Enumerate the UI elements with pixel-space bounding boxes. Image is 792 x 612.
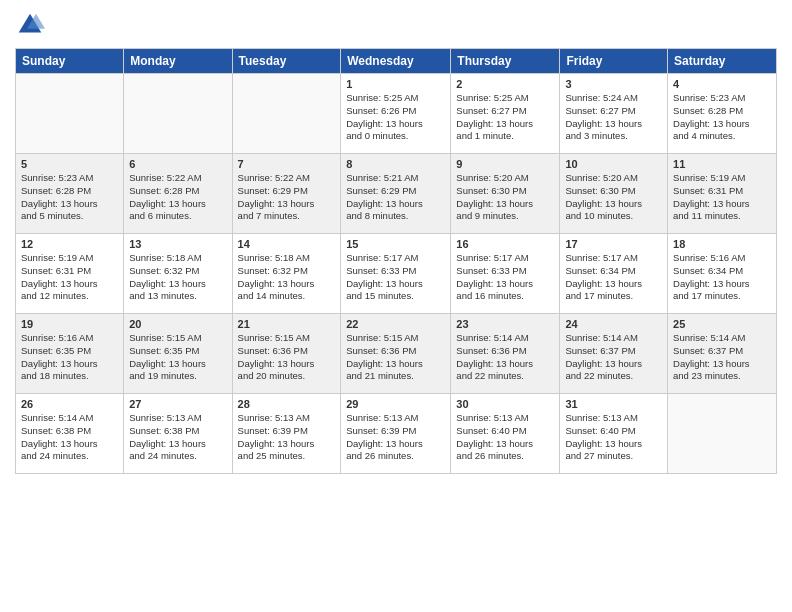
calendar-week-row: 12Sunrise: 5:19 AM Sunset: 6:31 PM Dayli… <box>16 234 777 314</box>
day-info: Sunrise: 5:24 AM Sunset: 6:27 PM Dayligh… <box>565 92 662 143</box>
calendar-day-cell: 6Sunrise: 5:22 AM Sunset: 6:28 PM Daylig… <box>124 154 232 234</box>
calendar-day-cell: 14Sunrise: 5:18 AM Sunset: 6:32 PM Dayli… <box>232 234 341 314</box>
logo <box>15 10 49 40</box>
calendar-day-cell: 16Sunrise: 5:17 AM Sunset: 6:33 PM Dayli… <box>451 234 560 314</box>
calendar-day-cell: 8Sunrise: 5:21 AM Sunset: 6:29 PM Daylig… <box>341 154 451 234</box>
day-info: Sunrise: 5:16 AM Sunset: 6:34 PM Dayligh… <box>673 252 771 303</box>
col-header-thursday: Thursday <box>451 49 560 74</box>
day-info: Sunrise: 5:19 AM Sunset: 6:31 PM Dayligh… <box>21 252 118 303</box>
day-number: 22 <box>346 318 445 330</box>
calendar-day-cell: 29Sunrise: 5:13 AM Sunset: 6:39 PM Dayli… <box>341 394 451 474</box>
page: SundayMondayTuesdayWednesdayThursdayFrid… <box>0 0 792 612</box>
day-number: 8 <box>346 158 445 170</box>
day-number: 30 <box>456 398 554 410</box>
calendar-header-row: SundayMondayTuesdayWednesdayThursdayFrid… <box>16 49 777 74</box>
day-number: 12 <box>21 238 118 250</box>
col-header-wednesday: Wednesday <box>341 49 451 74</box>
day-number: 21 <box>238 318 336 330</box>
calendar-day-cell: 12Sunrise: 5:19 AM Sunset: 6:31 PM Dayli… <box>16 234 124 314</box>
day-number: 2 <box>456 78 554 90</box>
day-info: Sunrise: 5:23 AM Sunset: 6:28 PM Dayligh… <box>673 92 771 143</box>
day-number: 19 <box>21 318 118 330</box>
day-info: Sunrise: 5:16 AM Sunset: 6:35 PM Dayligh… <box>21 332 118 383</box>
day-number: 24 <box>565 318 662 330</box>
day-info: Sunrise: 5:25 AM Sunset: 6:26 PM Dayligh… <box>346 92 445 143</box>
calendar-day-cell: 11Sunrise: 5:19 AM Sunset: 6:31 PM Dayli… <box>668 154 777 234</box>
header <box>15 10 777 40</box>
calendar-day-cell: 25Sunrise: 5:14 AM Sunset: 6:37 PM Dayli… <box>668 314 777 394</box>
day-number: 18 <box>673 238 771 250</box>
day-number: 9 <box>456 158 554 170</box>
col-header-saturday: Saturday <box>668 49 777 74</box>
day-info: Sunrise: 5:14 AM Sunset: 6:38 PM Dayligh… <box>21 412 118 463</box>
col-header-friday: Friday <box>560 49 668 74</box>
calendar-day-cell: 3Sunrise: 5:24 AM Sunset: 6:27 PM Daylig… <box>560 74 668 154</box>
calendar-day-cell: 18Sunrise: 5:16 AM Sunset: 6:34 PM Dayli… <box>668 234 777 314</box>
calendar-day-cell: 28Sunrise: 5:13 AM Sunset: 6:39 PM Dayli… <box>232 394 341 474</box>
calendar-week-row: 1Sunrise: 5:25 AM Sunset: 6:26 PM Daylig… <box>16 74 777 154</box>
col-header-sunday: Sunday <box>16 49 124 74</box>
day-info: Sunrise: 5:15 AM Sunset: 6:35 PM Dayligh… <box>129 332 226 383</box>
day-info: Sunrise: 5:13 AM Sunset: 6:39 PM Dayligh… <box>346 412 445 463</box>
day-number: 23 <box>456 318 554 330</box>
col-header-monday: Monday <box>124 49 232 74</box>
day-info: Sunrise: 5:13 AM Sunset: 6:40 PM Dayligh… <box>456 412 554 463</box>
calendar-day-cell <box>16 74 124 154</box>
day-number: 17 <box>565 238 662 250</box>
day-info: Sunrise: 5:13 AM Sunset: 6:39 PM Dayligh… <box>238 412 336 463</box>
calendar-day-cell: 31Sunrise: 5:13 AM Sunset: 6:40 PM Dayli… <box>560 394 668 474</box>
calendar-day-cell: 27Sunrise: 5:13 AM Sunset: 6:38 PM Dayli… <box>124 394 232 474</box>
day-number: 13 <box>129 238 226 250</box>
day-info: Sunrise: 5:17 AM Sunset: 6:33 PM Dayligh… <box>346 252 445 303</box>
day-info: Sunrise: 5:18 AM Sunset: 6:32 PM Dayligh… <box>238 252 336 303</box>
day-number: 25 <box>673 318 771 330</box>
day-number: 5 <box>21 158 118 170</box>
day-number: 4 <box>673 78 771 90</box>
day-info: Sunrise: 5:18 AM Sunset: 6:32 PM Dayligh… <box>129 252 226 303</box>
logo-icon <box>15 10 45 40</box>
calendar-day-cell: 17Sunrise: 5:17 AM Sunset: 6:34 PM Dayli… <box>560 234 668 314</box>
day-info: Sunrise: 5:22 AM Sunset: 6:29 PM Dayligh… <box>238 172 336 223</box>
day-info: Sunrise: 5:19 AM Sunset: 6:31 PM Dayligh… <box>673 172 771 223</box>
calendar-day-cell: 5Sunrise: 5:23 AM Sunset: 6:28 PM Daylig… <box>16 154 124 234</box>
day-number: 28 <box>238 398 336 410</box>
day-info: Sunrise: 5:14 AM Sunset: 6:36 PM Dayligh… <box>456 332 554 383</box>
day-number: 15 <box>346 238 445 250</box>
calendar-day-cell: 30Sunrise: 5:13 AM Sunset: 6:40 PM Dayli… <box>451 394 560 474</box>
day-number: 20 <box>129 318 226 330</box>
calendar-day-cell <box>124 74 232 154</box>
calendar-day-cell: 10Sunrise: 5:20 AM Sunset: 6:30 PM Dayli… <box>560 154 668 234</box>
calendar-day-cell: 2Sunrise: 5:25 AM Sunset: 6:27 PM Daylig… <box>451 74 560 154</box>
calendar-day-cell: 21Sunrise: 5:15 AM Sunset: 6:36 PM Dayli… <box>232 314 341 394</box>
day-info: Sunrise: 5:14 AM Sunset: 6:37 PM Dayligh… <box>565 332 662 383</box>
calendar-day-cell: 4Sunrise: 5:23 AM Sunset: 6:28 PM Daylig… <box>668 74 777 154</box>
calendar-week-row: 5Sunrise: 5:23 AM Sunset: 6:28 PM Daylig… <box>16 154 777 234</box>
day-info: Sunrise: 5:15 AM Sunset: 6:36 PM Dayligh… <box>346 332 445 383</box>
day-number: 16 <box>456 238 554 250</box>
calendar-day-cell: 26Sunrise: 5:14 AM Sunset: 6:38 PM Dayli… <box>16 394 124 474</box>
calendar-day-cell: 13Sunrise: 5:18 AM Sunset: 6:32 PM Dayli… <box>124 234 232 314</box>
calendar-week-row: 19Sunrise: 5:16 AM Sunset: 6:35 PM Dayli… <box>16 314 777 394</box>
calendar-day-cell: 7Sunrise: 5:22 AM Sunset: 6:29 PM Daylig… <box>232 154 341 234</box>
day-number: 1 <box>346 78 445 90</box>
day-info: Sunrise: 5:20 AM Sunset: 6:30 PM Dayligh… <box>565 172 662 223</box>
day-number: 27 <box>129 398 226 410</box>
day-info: Sunrise: 5:15 AM Sunset: 6:36 PM Dayligh… <box>238 332 336 383</box>
day-number: 3 <box>565 78 662 90</box>
day-number: 11 <box>673 158 771 170</box>
day-info: Sunrise: 5:22 AM Sunset: 6:28 PM Dayligh… <box>129 172 226 223</box>
calendar-day-cell: 24Sunrise: 5:14 AM Sunset: 6:37 PM Dayli… <box>560 314 668 394</box>
day-number: 29 <box>346 398 445 410</box>
calendar-day-cell: 15Sunrise: 5:17 AM Sunset: 6:33 PM Dayli… <box>341 234 451 314</box>
day-info: Sunrise: 5:17 AM Sunset: 6:33 PM Dayligh… <box>456 252 554 303</box>
day-info: Sunrise: 5:21 AM Sunset: 6:29 PM Dayligh… <box>346 172 445 223</box>
calendar-day-cell: 19Sunrise: 5:16 AM Sunset: 6:35 PM Dayli… <box>16 314 124 394</box>
day-number: 6 <box>129 158 226 170</box>
day-info: Sunrise: 5:14 AM Sunset: 6:37 PM Dayligh… <box>673 332 771 383</box>
day-number: 7 <box>238 158 336 170</box>
day-info: Sunrise: 5:20 AM Sunset: 6:30 PM Dayligh… <box>456 172 554 223</box>
day-number: 10 <box>565 158 662 170</box>
calendar-week-row: 26Sunrise: 5:14 AM Sunset: 6:38 PM Dayli… <box>16 394 777 474</box>
calendar-day-cell <box>232 74 341 154</box>
calendar-day-cell: 20Sunrise: 5:15 AM Sunset: 6:35 PM Dayli… <box>124 314 232 394</box>
